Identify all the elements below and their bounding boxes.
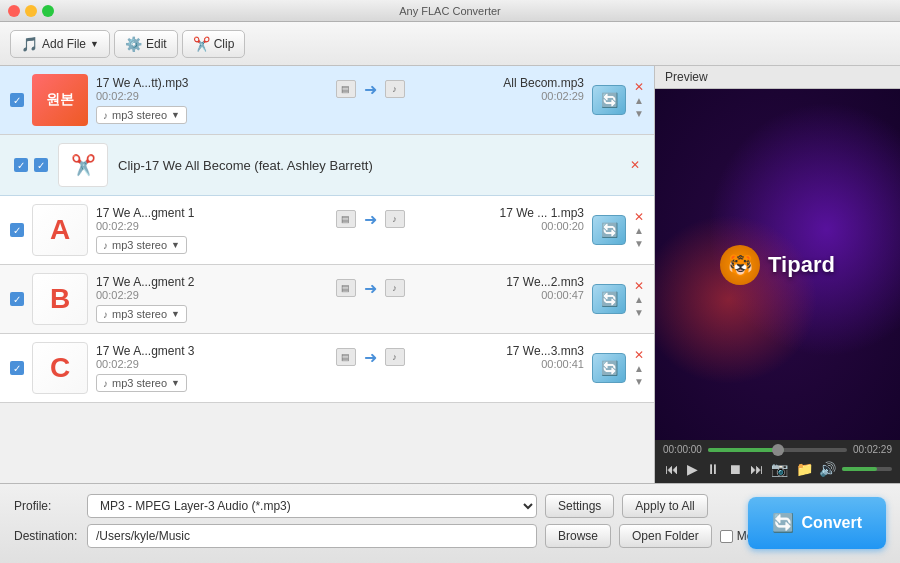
music-note-icon: ♪ [103, 110, 108, 121]
browse-button[interactable]: Browse [545, 524, 611, 548]
preview-panel: Preview 🐯 Tipard 00:00:00 00:02:29 ⏮ ▶ [655, 66, 900, 483]
row-up-icon-b[interactable]: ▲ [634, 294, 644, 305]
close-button[interactable] [8, 5, 20, 17]
clip-icon: ✂️ [193, 36, 210, 52]
table-row: ✓ C 17 We A...gment 3 00:02:29 ▤ ➜ [0, 334, 654, 403]
checkbox-clip-2[interactable]: ✓ [34, 158, 48, 172]
row-down-icon[interactable]: ▼ [634, 108, 644, 119]
remove-clip-button[interactable]: ✕ [630, 159, 640, 171]
chevron-down-icon-b: ▼ [171, 309, 180, 319]
row-up-icon[interactable]: ▲ [634, 95, 644, 106]
format-btn-right-c[interactable]: ♪ [385, 348, 405, 366]
row-down-icon-c[interactable]: ▼ [634, 376, 644, 387]
bottom-bar: Profile: MP3 - MPEG Layer-3 Audio (*.mp3… [0, 483, 900, 563]
table-row: ✓ 원본 17 We A...tt).mp3 00:02:29 ▤ ➜ [0, 66, 654, 135]
remove-original-button[interactable]: ✕ [634, 81, 644, 93]
checkbox-a[interactable]: ✓ [10, 223, 24, 237]
format-btn-right-a[interactable]: ♪ [385, 210, 405, 228]
chevron-down-icon: ▼ [171, 110, 180, 120]
checkbox-clip-1[interactable]: ✓ [14, 158, 28, 172]
convert-icon-original[interactable]: 🔄 [592, 85, 626, 115]
maximize-button[interactable] [42, 5, 54, 17]
window-controls[interactable] [8, 5, 54, 17]
scissors-icon: ✂️ [71, 153, 96, 177]
volume-fill [842, 467, 877, 471]
tipard-mascot-icon: 🐯 [720, 245, 760, 285]
clip-thumb: ✂️ [58, 143, 108, 187]
progress-bar[interactable] [708, 448, 847, 452]
file-info-b: 17 We A...gment 2 00:02:29 ▤ ➜ ♪ 17 We..… [96, 275, 584, 323]
checkbox-b[interactable]: ✓ [10, 292, 24, 306]
settings-button[interactable]: Settings [545, 494, 614, 518]
format-btn-left[interactable]: ▤ [336, 80, 356, 98]
stop-button[interactable]: ⏹ [726, 459, 744, 479]
file-info-original: 17 We A...tt).mp3 00:02:29 ▤ ➜ ♪ All Bec… [96, 76, 584, 124]
output-duration-c: 00:00:41 [444, 358, 584, 370]
file-name-b: 17 We A...gment 2 [96, 275, 296, 289]
file-name-a: 17 We A...gment 1 [96, 206, 296, 220]
row-controls-original: ✕ ▲ ▼ [634, 81, 644, 119]
file-name-original: 17 We A...tt).mp3 [96, 76, 296, 90]
row-up-icon-c[interactable]: ▲ [634, 363, 644, 374]
format-select-b[interactable]: ♪ mp3 stereo ▼ [96, 305, 187, 323]
table-row: ✓ A 17 We A...gment 1 00:02:29 ▤ ➜ [0, 196, 654, 265]
thumb-c: C [32, 342, 88, 394]
preview-progress: 00:00:00 00:02:29 [663, 444, 892, 455]
snapshot-button[interactable]: 📷 [769, 459, 790, 479]
tipard-text: Tipard [768, 252, 835, 278]
arrow-icon-a: ➜ [364, 210, 377, 229]
output-duration-original: 00:02:29 [444, 90, 584, 102]
destination-label: Destination: [14, 529, 79, 543]
remove-c-button[interactable]: ✕ [634, 349, 644, 361]
row-controls-b: ✕ ▲ ▼ [634, 280, 644, 318]
row-up-icon-a[interactable]: ▲ [634, 225, 644, 236]
volume-control: 🔊 [817, 459, 892, 479]
tipard-logo: 🐯 Tipard [720, 245, 835, 285]
volume-icon: 🔊 [817, 459, 838, 479]
minimize-button[interactable] [25, 5, 37, 17]
format-btn-right[interactable]: ♪ [385, 80, 405, 98]
format-btn-right-b[interactable]: ♪ [385, 279, 405, 297]
chevron-down-icon-c: ▼ [171, 378, 180, 388]
format-select-a[interactable]: ♪ mp3 stereo ▼ [96, 236, 187, 254]
skip-forward-button[interactable]: ⏭ [748, 459, 766, 479]
titlebar: Any FLAC Converter [0, 0, 900, 22]
open-folder-button[interactable]: Open Folder [619, 524, 712, 548]
row-main: ✓ 원본 17 We A...tt).mp3 00:02:29 ▤ ➜ [10, 74, 644, 126]
edit-button[interactable]: ⚙️ Edit [114, 30, 178, 58]
skip-back-button[interactable]: ⏮ [663, 459, 681, 479]
destination-input[interactable] [87, 524, 537, 548]
dropdown-arrow-icon[interactable]: ▼ [90, 39, 99, 49]
convert-icon-a[interactable]: 🔄 [592, 215, 626, 245]
merge-checkbox[interactable] [720, 530, 733, 543]
convert-icon-b[interactable]: 🔄 [592, 284, 626, 314]
clip-button[interactable]: ✂️ Clip [182, 30, 246, 58]
progress-thumb [772, 444, 784, 456]
row-down-icon-b[interactable]: ▼ [634, 307, 644, 318]
apply-all-button[interactable]: Apply to All [622, 494, 707, 518]
remove-b-button[interactable]: ✕ [634, 280, 644, 292]
arrow-icon-c: ➜ [364, 348, 377, 367]
file-list: ✓ 원본 17 We A...tt).mp3 00:02:29 ▤ ➜ [0, 66, 655, 483]
remove-a-button[interactable]: ✕ [634, 211, 644, 223]
clip-row: ✓ ✓ ✂️ Clip-17 We All Become (feat. Ashl… [0, 135, 654, 196]
profile-select[interactable]: MP3 - MPEG Layer-3 Audio (*.mp3) [87, 494, 537, 518]
add-file-button[interactable]: 🎵 Add File ▼ [10, 30, 110, 58]
format-select-c[interactable]: ♪ mp3 stereo ▼ [96, 374, 187, 392]
convert-btn-icon: 🔄 [772, 512, 794, 534]
pause-button[interactable]: ⏸ [704, 459, 722, 479]
format-btn-left-a[interactable]: ▤ [336, 210, 356, 228]
row-down-icon-a[interactable]: ▼ [634, 238, 644, 249]
play-button[interactable]: ▶ [685, 459, 700, 479]
output-name-a: 17 We ... 1.mp3 [444, 206, 584, 220]
format-btn-left-b[interactable]: ▤ [336, 279, 356, 297]
volume-track[interactable] [842, 467, 892, 471]
output-duration-a: 00:00:20 [444, 220, 584, 232]
convert-button[interactable]: 🔄 Convert [748, 497, 886, 549]
checkbox-c[interactable]: ✓ [10, 361, 24, 375]
format-select-original[interactable]: ♪ mp3 stereo ▼ [96, 106, 187, 124]
checkbox-original[interactable]: ✓ [10, 93, 24, 107]
format-btn-left-c[interactable]: ▤ [336, 348, 356, 366]
convert-icon-c[interactable]: 🔄 [592, 353, 626, 383]
folder-button[interactable]: 📁 [794, 459, 815, 479]
